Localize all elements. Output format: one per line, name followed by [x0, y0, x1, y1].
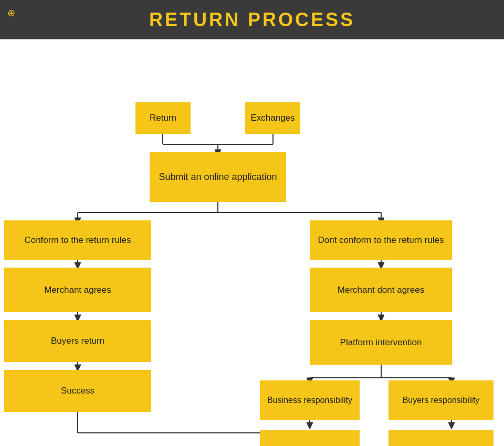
buyers-resp-box: Buyers responsibility [388, 380, 494, 420]
success-box: Success [4, 370, 151, 412]
platform-box: Platform intervention [310, 320, 452, 365]
buyers-return-left-box: Buyers return [4, 320, 151, 362]
return-box: Return [135, 102, 191, 134]
header: ⊕ RETURN PROCESS [0, 0, 504, 39]
merchant-dont-box: Merchant dont agrees [310, 268, 452, 312]
crosshair-icon: ⊕ [7, 7, 15, 19]
svg-marker-33 [307, 422, 313, 429]
failure-box: Failure [388, 430, 494, 446]
conform-box: Conform to the return rules [4, 220, 151, 260]
svg-marker-35 [448, 422, 455, 429]
buyers-return-right-box: Buyers return [260, 430, 360, 446]
flowchart-area: Return Exchanges Submit an online applic… [0, 39, 504, 446]
merchant-agrees-box: Merchant agrees [4, 268, 151, 312]
business-resp-box: Business responsibility [260, 380, 360, 420]
exchanges-box: Exchanges [245, 102, 300, 134]
submit-box: Submit an online application [150, 152, 286, 202]
dont-conform-box: Dont conform to the return rules [310, 220, 452, 260]
page-title: RETURN PROCESS [149, 9, 355, 31]
